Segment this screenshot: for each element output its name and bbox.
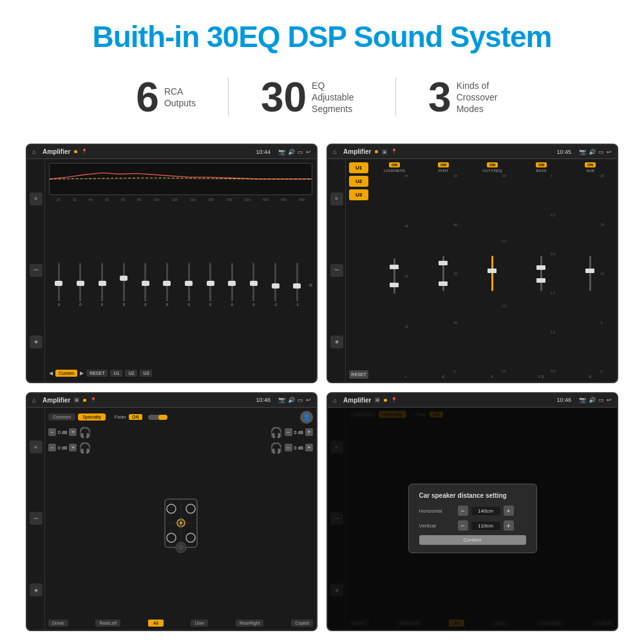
all-btn[interactable]: All xyxy=(148,620,164,627)
phat-on[interactable]: ON xyxy=(438,162,449,167)
sidebar-vol-btn-2[interactable]: ◈ xyxy=(330,336,343,348)
user-btn[interactable]: User xyxy=(191,620,208,627)
minus-btn-4[interactable]: − xyxy=(285,444,292,451)
dialog-title: Car speaker distance setting xyxy=(419,492,526,499)
screen1-sidebar: ≡ 〜 ◈ xyxy=(27,159,45,382)
vert-plus-btn[interactable]: + xyxy=(504,520,514,531)
window-icon-2: ▭ xyxy=(598,149,604,155)
u1-btn[interactable]: U1 xyxy=(349,162,368,173)
horizontal-label: Horizontal xyxy=(419,508,455,514)
rec-icon-3: ■ xyxy=(74,397,79,402)
tab-common[interactable]: Common xyxy=(48,413,75,421)
sidebar-eq-btn-2[interactable]: ≡ xyxy=(330,193,343,205)
eq-slider-3: 0 xyxy=(92,263,112,307)
eq-slider-4: 5 xyxy=(114,263,134,307)
sidebar-eq-btn[interactable]: ≡ xyxy=(30,193,43,205)
topbar-icons-1: 📷 🔊 ▭ ↩ xyxy=(278,149,311,155)
u3-btn[interactable]: U3 xyxy=(349,189,368,200)
channel-phat: ON PHAT 64 48 32 xyxy=(420,162,467,379)
eq-reset-btn[interactable]: RESET xyxy=(86,370,108,377)
sidebar-wave-btn-3[interactable]: 〜 xyxy=(30,512,43,525)
minus-btn-3[interactable]: − xyxy=(285,428,292,436)
volume-icon-2: 🔊 xyxy=(589,149,596,155)
eq-slider-8: 0 xyxy=(200,263,220,307)
title-section: Buith-in 30EQ DSP Sound System xyxy=(26,19,618,54)
eq-nav-arrows[interactable]: » xyxy=(309,281,313,289)
record-dot-2 xyxy=(375,150,378,153)
cutfreq-on[interactable]: ON xyxy=(487,162,498,167)
loudness-on[interactable]: ON xyxy=(389,162,400,167)
eq-u3-btn[interactable]: U3 xyxy=(140,370,152,377)
vertical-val: 110cm xyxy=(471,522,500,530)
eq-label: EQ AdjustableSegments xyxy=(312,80,363,115)
topbar-title-2: Amplifier xyxy=(343,148,371,155)
eq-slider-9: 0 xyxy=(222,263,242,307)
prev-arrow[interactable]: ◀ xyxy=(49,370,53,376)
loudness-slider[interactable]: 64 48 32 16 0 xyxy=(393,174,395,379)
sidebar-wave-btn-2[interactable]: 〜 xyxy=(330,264,343,277)
speaker-bottom-row: Driver RearLeft All User RearRight Copil… xyxy=(48,620,313,627)
rec-icon-2: ■ xyxy=(382,149,387,155)
driver-btn[interactable]: Driver xyxy=(48,620,68,627)
eq-u2-btn[interactable]: U2 xyxy=(125,370,137,377)
screen-speaker: ⌂ Amplifier ■ 📍 10:46 📷 🔊 ▭ ↩ ≡ 〜 ◈ xyxy=(26,392,317,632)
plus-btn-4[interactable]: + xyxy=(305,444,313,451)
home-icon-2: ⌂ xyxy=(333,148,337,155)
sidebar-wave-btn[interactable]: 〜 xyxy=(30,264,43,277)
channel-cutfreq: ON CUT FREQ 3.0 2.1 1.3 0.5 xyxy=(469,162,516,379)
screens-grid: ⌂ Amplifier 📍 10:44 📷 🔊 ▭ ↩ ≡ 〜 ◈ xyxy=(26,144,618,631)
horiz-minus-btn[interactable]: − xyxy=(458,506,468,516)
minus-btn-1[interactable]: − xyxy=(48,428,56,436)
bass-on[interactable]: ON xyxy=(536,162,547,167)
plus-btn-2[interactable]: + xyxy=(69,444,77,451)
record-dot-3 xyxy=(83,399,86,402)
eq-slider-10: 0 xyxy=(244,263,264,307)
record-dot-1 xyxy=(74,150,77,153)
plus-btn-3[interactable]: + xyxy=(305,428,313,436)
distance-dialog: Car speaker distance setting Horizontal … xyxy=(408,484,537,553)
pin-icon-1: 📍 xyxy=(81,149,88,155)
dialog-overlay: Car speaker distance setting Horizontal … xyxy=(328,408,617,630)
u2-btn[interactable]: U2 xyxy=(349,176,368,187)
cutfreq-slider[interactable]: 3.0 2.1 1.3 0.5 xyxy=(491,174,493,374)
pin-icon-4: 📍 xyxy=(391,397,397,403)
screen3-sidebar: ≡ 〜 ◈ xyxy=(27,408,45,630)
speaker-right: 🎧 − 0 dB + 🎧 − 0 dB + xyxy=(261,426,313,618)
confirm-btn[interactable]: Confirm xyxy=(419,535,526,545)
screen-distance: ⌂ Amplifier ■ 📍 10:46 📷 🔊 ▭ ↩ ≡ 〜 ◈ xyxy=(327,392,618,632)
rearleft-btn[interactable]: RearLeft xyxy=(95,620,120,627)
cross-reset-btn[interactable]: RESET xyxy=(349,370,368,379)
stats-row: 6 RCAOutputs 30 EQ AdjustableSegments 3 … xyxy=(26,70,618,124)
stat-crossover: 3 Kinds ofCrossover Modes xyxy=(396,77,540,118)
topbar-title-1: Amplifier xyxy=(43,148,70,155)
db-row-4: 🎧 − 0 dB + xyxy=(270,442,313,454)
tab-specialty[interactable]: Specialty xyxy=(78,413,105,421)
horiz-plus-btn[interactable]: + xyxy=(504,506,514,516)
vert-minus-btn[interactable]: − xyxy=(458,520,468,531)
next-arrow[interactable]: ▶ xyxy=(80,370,84,376)
db-val-1: 0 dB xyxy=(58,430,67,435)
sidebar-vol-btn[interactable]: ◈ xyxy=(30,336,43,348)
sub-slider[interactable]: 20 15 10 5 0 xyxy=(589,174,591,374)
avatar-icon: 👤 xyxy=(300,411,313,424)
topbar-1: ⌂ Amplifier 📍 10:44 📷 🔊 ▭ ↩ xyxy=(27,145,316,159)
topbar-2: ⌂ Amplifier ■ 📍 10:45 📷 🔊 ▭ ↩ xyxy=(328,145,617,159)
sidebar-eq-btn-3[interactable]: ≡ xyxy=(30,440,43,453)
sub-on[interactable]: ON xyxy=(585,162,596,167)
eq-slider-2: 0 xyxy=(71,263,91,307)
plus-btn-1[interactable]: + xyxy=(69,428,77,436)
minus-btn-2[interactable]: − xyxy=(48,444,56,451)
rearright-btn[interactable]: RearRight xyxy=(236,620,264,627)
eq-bottom-bar: ◀ Custom ▶ RESET U1 U2 U3 xyxy=(49,368,312,378)
bass-slider[interactable]: 3 2.5 2.0 1.5 1.0 0.5 xyxy=(540,174,542,374)
screen2-content: ≡ 〜 ◈ U1 U2 U3 RESET ON LOUDNESS xyxy=(328,159,617,382)
crossover-left: U1 U2 U3 RESET xyxy=(349,162,368,379)
eq-custom-btn[interactable]: Custom xyxy=(55,370,77,377)
copilot-btn[interactable]: Copilot xyxy=(291,620,313,627)
speaker-middle: − 0 dB + 🎧 − 0 dB + 🎧 xyxy=(48,426,313,618)
fader-on-btn[interactable]: ON xyxy=(129,414,142,420)
eq-slider-6: 0 xyxy=(157,263,177,307)
eq-u1-btn[interactable]: U1 xyxy=(110,370,122,377)
sidebar-spk-btn-3[interactable]: ◈ xyxy=(30,583,43,596)
phat-slider[interactable]: 64 48 32 16 0 xyxy=(442,174,444,374)
